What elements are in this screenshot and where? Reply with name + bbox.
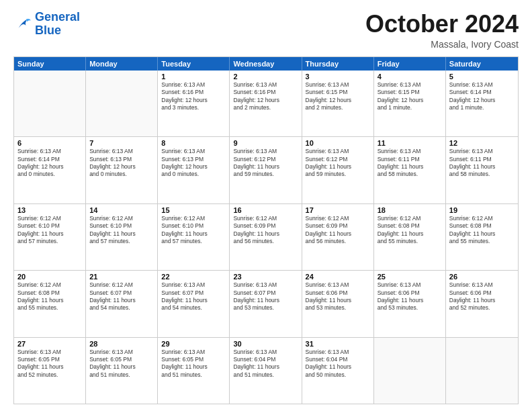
day-number: 13 <box>17 206 82 214</box>
calendar-cell: 26Sunrise: 6:13 AM Sunset: 6:06 PM Dayli… <box>446 271 518 336</box>
cell-info: Sunrise: 6:12 AM Sunset: 6:08 PM Dayligh… <box>17 281 82 312</box>
calendar-cell <box>374 338 446 404</box>
cell-info: Sunrise: 6:12 AM Sunset: 6:08 PM Dayligh… <box>378 215 442 246</box>
calendar-cell: 31Sunrise: 6:13 AM Sunset: 6:04 PM Dayli… <box>302 338 374 404</box>
day-number: 24 <box>306 273 370 281</box>
calendar-cell: 25Sunrise: 6:13 AM Sunset: 6:06 PM Dayli… <box>374 271 446 336</box>
cell-info: Sunrise: 6:13 AM Sunset: 6:12 PM Dayligh… <box>233 148 298 179</box>
day-number: 11 <box>378 139 442 147</box>
calendar-cell: 9Sunrise: 6:13 AM Sunset: 6:12 PM Daylig… <box>230 137 302 203</box>
calendar: Sunday Monday Tuesday Wednesday Thursday… <box>13 56 519 404</box>
cell-info: Sunrise: 6:13 AM Sunset: 6:06 PM Dayligh… <box>449 281 515 312</box>
page-header: General Blue October 2024 Massala, Ivory… <box>13 11 519 50</box>
day-number: 3 <box>306 73 370 81</box>
calendar-cell: 4Sunrise: 6:13 AM Sunset: 6:15 PM Daylig… <box>374 71 446 136</box>
day-number: 1 <box>161 73 226 81</box>
cell-info: Sunrise: 6:13 AM Sunset: 6:04 PM Dayligh… <box>233 349 298 379</box>
calendar-cell: 29Sunrise: 6:13 AM Sunset: 6:05 PM Dayli… <box>158 338 230 404</box>
day-number: 22 <box>161 273 226 281</box>
calendar-cell: 19Sunrise: 6:12 AM Sunset: 6:08 PM Dayli… <box>446 204 518 270</box>
day-number: 14 <box>89 206 154 214</box>
day-number: 21 <box>89 273 154 281</box>
cell-info: Sunrise: 6:13 AM Sunset: 6:07 PM Dayligh… <box>233 281 298 312</box>
cell-info: Sunrise: 6:13 AM Sunset: 6:14 PM Dayligh… <box>449 81 515 112</box>
calendar-cell: 28Sunrise: 6:13 AM Sunset: 6:05 PM Dayli… <box>86 338 158 404</box>
location-subtitle: Massala, Ivory Coast <box>365 39 519 50</box>
day-number: 30 <box>233 340 298 348</box>
cell-info: Sunrise: 6:12 AM Sunset: 6:07 PM Dayligh… <box>89 281 154 312</box>
calendar-cell: 17Sunrise: 6:12 AM Sunset: 6:09 PM Dayli… <box>302 204 374 270</box>
day-number: 12 <box>449 139 515 147</box>
calendar-cell: 21Sunrise: 6:12 AM Sunset: 6:07 PM Dayli… <box>86 271 158 336</box>
calendar-body: 1Sunrise: 6:13 AM Sunset: 6:16 PM Daylig… <box>14 71 518 404</box>
day-number: 20 <box>17 273 82 281</box>
header-monday: Monday <box>86 57 158 71</box>
day-number: 4 <box>378 73 442 81</box>
header-sunday: Sunday <box>14 57 86 71</box>
cell-info: Sunrise: 6:13 AM Sunset: 6:16 PM Dayligh… <box>161 81 226 112</box>
title-block: October 2024 Massala, Ivory Coast <box>365 11 519 50</box>
header-friday: Friday <box>374 57 446 71</box>
cell-info: Sunrise: 6:13 AM Sunset: 6:15 PM Dayligh… <box>378 81 442 112</box>
day-number: 2 <box>233 73 298 81</box>
calendar-cell: 24Sunrise: 6:13 AM Sunset: 6:06 PM Dayli… <box>302 271 374 336</box>
cell-info: Sunrise: 6:12 AM Sunset: 6:10 PM Dayligh… <box>17 215 82 246</box>
cell-info: Sunrise: 6:13 AM Sunset: 6:13 PM Dayligh… <box>89 148 154 179</box>
calendar-cell: 11Sunrise: 6:13 AM Sunset: 6:11 PM Dayli… <box>374 137 446 203</box>
calendar-cell: 30Sunrise: 6:13 AM Sunset: 6:04 PM Dayli… <box>230 338 302 404</box>
calendar-cell: 23Sunrise: 6:13 AM Sunset: 6:07 PM Dayli… <box>230 271 302 336</box>
cell-info: Sunrise: 6:13 AM Sunset: 6:14 PM Dayligh… <box>17 148 82 179</box>
header-saturday: Saturday <box>446 57 518 71</box>
day-number: 31 <box>306 340 370 348</box>
logo-blue: Blue <box>35 24 61 37</box>
calendar-cell: 22Sunrise: 6:13 AM Sunset: 6:07 PM Dayli… <box>158 271 230 336</box>
header-tuesday: Tuesday <box>158 57 230 71</box>
day-number: 6 <box>17 139 82 147</box>
calendar-cell <box>446 338 518 404</box>
day-number: 29 <box>161 340 226 348</box>
calendar-cell: 6Sunrise: 6:13 AM Sunset: 6:14 PM Daylig… <box>14 137 86 203</box>
logo: General Blue <box>13 11 80 38</box>
cell-info: Sunrise: 6:13 AM Sunset: 6:11 PM Dayligh… <box>449 148 515 179</box>
day-number: 28 <box>89 340 154 348</box>
cell-info: Sunrise: 6:13 AM Sunset: 6:15 PM Dayligh… <box>306 81 370 112</box>
calendar-cell: 7Sunrise: 6:13 AM Sunset: 6:13 PM Daylig… <box>86 137 158 203</box>
calendar-cell: 20Sunrise: 6:12 AM Sunset: 6:08 PM Dayli… <box>14 271 86 336</box>
calendar-row-5: 27Sunrise: 6:13 AM Sunset: 6:05 PM Dayli… <box>14 338 518 404</box>
cell-info: Sunrise: 6:13 AM Sunset: 6:16 PM Dayligh… <box>233 81 298 112</box>
cell-info: Sunrise: 6:13 AM Sunset: 6:06 PM Dayligh… <box>306 281 370 312</box>
cell-info: Sunrise: 6:12 AM Sunset: 6:09 PM Dayligh… <box>233 215 298 246</box>
calendar-row-3: 13Sunrise: 6:12 AM Sunset: 6:10 PM Dayli… <box>14 204 518 271</box>
day-number: 25 <box>378 273 442 281</box>
logo-icon <box>13 17 32 32</box>
cell-info: Sunrise: 6:12 AM Sunset: 6:08 PM Dayligh… <box>449 215 515 246</box>
calendar-cell <box>86 71 158 136</box>
day-number: 7 <box>89 139 154 147</box>
calendar-cell: 10Sunrise: 6:13 AM Sunset: 6:12 PM Dayli… <box>302 137 374 203</box>
day-number: 27 <box>17 340 82 348</box>
cell-info: Sunrise: 6:13 AM Sunset: 6:11 PM Dayligh… <box>378 148 442 179</box>
calendar-header: Sunday Monday Tuesday Wednesday Thursday… <box>14 57 518 71</box>
day-number: 15 <box>161 206 226 214</box>
day-number: 23 <box>233 273 298 281</box>
cell-info: Sunrise: 6:13 AM Sunset: 6:06 PM Dayligh… <box>378 281 442 312</box>
cell-info: Sunrise: 6:12 AM Sunset: 6:10 PM Dayligh… <box>161 215 226 246</box>
day-number: 17 <box>306 206 370 214</box>
day-number: 19 <box>449 206 515 214</box>
calendar-cell <box>14 71 86 136</box>
calendar-cell: 3Sunrise: 6:13 AM Sunset: 6:15 PM Daylig… <box>302 71 374 136</box>
cell-info: Sunrise: 6:13 AM Sunset: 6:07 PM Dayligh… <box>161 281 226 312</box>
calendar-cell: 15Sunrise: 6:12 AM Sunset: 6:10 PM Dayli… <box>158 204 230 270</box>
calendar-cell: 18Sunrise: 6:12 AM Sunset: 6:08 PM Dayli… <box>374 204 446 270</box>
cell-info: Sunrise: 6:13 AM Sunset: 6:13 PM Dayligh… <box>161 148 226 179</box>
day-number: 8 <box>161 139 226 147</box>
logo-general: General <box>35 10 80 24</box>
day-number: 26 <box>449 273 515 281</box>
calendar-cell: 16Sunrise: 6:12 AM Sunset: 6:09 PM Dayli… <box>230 204 302 270</box>
day-number: 16 <box>233 206 298 214</box>
calendar-cell: 14Sunrise: 6:12 AM Sunset: 6:10 PM Dayli… <box>86 204 158 270</box>
calendar-row-1: 1Sunrise: 6:13 AM Sunset: 6:16 PM Daylig… <box>14 71 518 137</box>
day-number: 9 <box>233 139 298 147</box>
calendar-row-2: 6Sunrise: 6:13 AM Sunset: 6:14 PM Daylig… <box>14 137 518 203</box>
header-thursday: Thursday <box>302 57 374 71</box>
